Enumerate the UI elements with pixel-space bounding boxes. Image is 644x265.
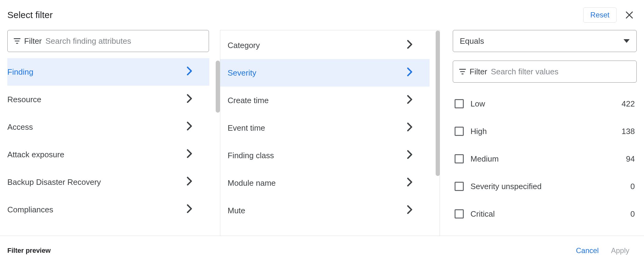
value-item-count: 94 [626,154,635,164]
values-list: Low 422 High 138 Medium 94 Severity unsp… [453,90,637,236]
dialog-header: Select filter Reset [0,0,644,23]
chevron-right-icon [407,40,412,51]
attribute-item-label: Severity [228,68,407,78]
apply-button[interactable]: Apply [605,242,635,259]
reset-button[interactable]: Reset [583,7,617,23]
category-item-backup-disaster-recovery[interactable]: Backup Disaster Recovery [7,168,209,196]
scrollbar-thumb[interactable] [436,31,440,176]
value-item-count: 0 [631,182,635,191]
category-item-attack-exposure[interactable]: Attack exposure [7,141,209,168]
attribute-item-mute[interactable]: Mute [220,197,430,224]
value-item-label: Low [470,99,615,109]
category-item-label: Finding [7,67,187,77]
attribute-search-input[interactable] [45,36,203,46]
attribute-item-label: Finding class [228,151,407,160]
chevron-right-icon [407,205,412,216]
value-item-high[interactable]: High 138 [453,118,637,145]
category-item-label: Attack exposure [7,150,187,159]
checkbox[interactable] [455,182,464,191]
attribute-search-box[interactable]: Filter [7,30,209,52]
value-item-count: 138 [622,127,635,136]
checkbox[interactable] [455,99,464,108]
attribute-item-label: Create time [228,96,407,105]
scrollbar-thumb[interactable] [216,61,220,113]
chevron-right-icon [187,149,192,160]
attribute-item-finding-class[interactable]: Finding class [220,142,430,169]
filter-attribute-column: Category Severity Create time Event time [220,30,440,236]
attribute-item-severity[interactable]: Severity [220,59,430,87]
value-item-severity-unspecified[interactable]: Severity unspecified 0 [453,173,637,200]
chevron-right-icon [187,204,192,215]
chevron-right-icon [407,67,412,79]
category-item-label: Resource [7,95,187,104]
filter-values-column: Equals Filter Low 422 High 1 [440,30,637,236]
value-item-low[interactable]: Low 422 [453,90,637,118]
value-item-label: Severity unspecified [470,182,624,191]
chevron-right-icon [407,95,412,106]
dialog-body: Filter Finding Resource Access Attack ex… [0,23,644,236]
category-item-finding[interactable]: Finding [7,58,209,86]
filter-icon [13,37,21,45]
chevron-right-icon [407,177,412,189]
category-item-label: Compliances [7,205,187,215]
cancel-button[interactable]: Cancel [570,242,605,259]
category-item-label: Backup Disaster Recovery [7,177,187,187]
operator-selected-label: Equals [460,36,624,46]
chevron-right-icon [187,94,192,105]
chevron-right-icon [187,121,192,133]
operator-select[interactable]: Equals [453,30,637,52]
attribute-list: Category Severity Create time Event time [220,30,440,224]
chevron-right-icon [187,66,192,78]
values-search-box[interactable]: Filter [453,61,637,83]
value-item-count: 422 [622,99,635,109]
attribute-item-module-name[interactable]: Module name [220,169,430,197]
chevron-right-icon [407,150,412,161]
chevron-right-icon [407,122,412,134]
close-icon [625,10,634,20]
dialog-title: Select filter [7,10,583,20]
category-item-resource[interactable]: Resource [7,86,209,113]
attribute-item-label: Event time [228,123,407,133]
value-item-count: 0 [631,209,635,219]
category-item-compliances[interactable]: Compliances [7,196,209,223]
chevron-down-icon [624,39,630,43]
dialog-footer: Filter preview Cancel Apply [0,236,644,265]
attribute-search-label: Filter [24,36,42,46]
value-item-label: Critical [470,209,624,219]
value-item-label: Medium [470,154,619,164]
category-list: Finding Resource Access Attack exposure … [7,58,220,236]
checkbox[interactable] [455,127,464,136]
value-item-label: High [470,127,615,136]
value-item-critical[interactable]: Critical 0 [453,200,637,228]
attribute-item-event-time[interactable]: Event time [220,114,430,142]
attribute-item-label: Module name [228,178,407,188]
checkbox[interactable] [455,209,464,218]
attribute-item-label: Category [228,41,407,50]
attribute-item-label: Mute [228,206,407,215]
checkbox[interactable] [455,154,464,163]
category-item-access[interactable]: Access [7,113,209,141]
close-button[interactable] [622,8,637,22]
values-search-input[interactable] [490,67,631,77]
attribute-item-create-time[interactable]: Create time [220,87,430,114]
filter-category-column: Filter Finding Resource Access Attack ex… [0,30,220,236]
values-search-label: Filter [470,67,487,77]
chevron-right-icon [187,177,192,188]
select-filter-dialog: Select filter Reset Filter Finding R [0,0,644,265]
value-item-medium[interactable]: Medium 94 [453,145,637,173]
attribute-list-wrap: Category Severity Create time Event time [220,30,440,236]
attribute-item-category[interactable]: Category [220,32,430,59]
filter-preview-label: Filter preview [7,247,570,255]
filter-icon [459,68,467,76]
category-item-label: Access [7,122,187,132]
